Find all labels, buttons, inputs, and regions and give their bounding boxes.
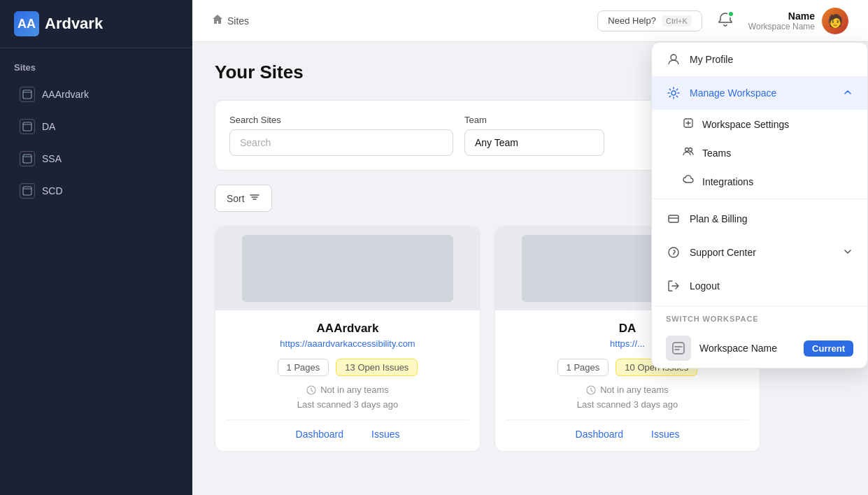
- site-icon-da: [20, 119, 35, 134]
- svg-point-12: [689, 148, 692, 152]
- my-profile-label: My Profile: [690, 54, 733, 65]
- card-preview-0: [215, 227, 480, 310]
- card-footer-0: Dashboard Issues: [227, 419, 469, 440]
- sidebar-item-label-da: DA: [42, 121, 55, 132]
- help-label: Need Help?: [608, 15, 656, 26]
- dropdown-plan-billing[interactable]: Plan & Billing: [652, 202, 867, 236]
- team-label: Team: [464, 115, 604, 125]
- notification-dot: [727, 10, 734, 17]
- divider-2: [652, 306, 867, 306]
- help-button[interactable]: Need Help? Ctrl+K: [597, 10, 702, 31]
- billing-icon: [666, 211, 681, 227]
- svg-rect-4: [23, 155, 31, 163]
- dropdown-workspace-settings[interactable]: Workspace Settings: [652, 110, 867, 138]
- card-teams-0: Not in any teams: [227, 385, 469, 395]
- integrations-label: Integrations: [702, 176, 753, 187]
- current-badge: Current: [804, 340, 853, 357]
- sort-button[interactable]: Sort: [215, 185, 272, 212]
- team-group: Team Any Team: [464, 115, 604, 156]
- workspace-row[interactable]: Workspace Name Current: [652, 329, 867, 368]
- card-preview-inner-0: [242, 235, 453, 302]
- user-info: Name Workspace Name: [748, 10, 815, 31]
- home-icon: [212, 14, 223, 27]
- profile-icon: [666, 52, 681, 67]
- dropdown-menu: My Profile Manage Workspace Workspace Se…: [651, 42, 868, 368]
- pages-badge-0: 1 Pages: [278, 359, 329, 376]
- site-icon-ssa: [20, 151, 35, 166]
- site-icon-aaardvark: [20, 87, 35, 102]
- settings-icon: [683, 117, 694, 131]
- sidebar-item-label-scd: SCD: [42, 185, 63, 196]
- chevron-up-icon: [842, 87, 853, 100]
- card-dashboard-link-0[interactable]: Dashboard: [296, 429, 344, 440]
- main-area: Sites Need Help? Ctrl+K Name Workspace N…: [192, 0, 868, 495]
- site-icon-scd: [20, 183, 35, 199]
- dropdown-logout[interactable]: Logout: [652, 269, 867, 303]
- svg-point-11: [685, 148, 689, 152]
- app-name: Ardvark: [45, 15, 103, 33]
- svg-rect-6: [23, 187, 31, 195]
- switch-workspace-label: SWITCH WORKSPACE: [652, 309, 867, 329]
- svg-rect-13: [669, 215, 678, 222]
- site-card-0: AAArdvark https://aaardvarkaccessibility…: [215, 226, 481, 452]
- workspace-name: Workspace Name: [699, 343, 795, 354]
- svg-rect-16: [673, 343, 684, 354]
- card-site-name-0: AAArdvark: [227, 322, 469, 336]
- search-label: Search Sites: [229, 115, 453, 125]
- card-issues-link-1[interactable]: Issues: [651, 429, 679, 440]
- logout-label: Logout: [690, 280, 720, 292]
- dropdown-manage-workspace[interactable]: Manage Workspace: [652, 76, 867, 110]
- card-footer-1: Dashboard Issues: [506, 419, 748, 440]
- svg-point-8: [671, 55, 676, 60]
- logo-area: AA Ardvark: [0, 0, 192, 48]
- sidebar-item-aaardvark[interactable]: AAArdvark: [6, 80, 187, 109]
- sort-label: Sort: [227, 193, 245, 204]
- card-scanned-1: Last scanned 3 days ago: [506, 399, 748, 410]
- sort-icon: [249, 192, 260, 205]
- avatar: 🧑: [822, 8, 848, 34]
- dropdown-support-center[interactable]: Support Center: [652, 236, 867, 269]
- sidebar-item-scd[interactable]: SCD: [6, 176, 187, 206]
- search-input[interactable]: [229, 129, 453, 156]
- support-center-label: Support Center: [690, 247, 756, 258]
- dropdown-integrations[interactable]: Integrations: [652, 167, 867, 196]
- card-scanned-0: Last scanned 3 days ago: [227, 399, 469, 410]
- divider-1: [652, 199, 867, 199]
- card-body-0: AAArdvark https://aaardvarkaccessibility…: [215, 310, 480, 451]
- sidebar-item-ssa[interactable]: SSA: [6, 144, 187, 173]
- card-issues-link-0[interactable]: Issues: [371, 429, 399, 440]
- plan-billing-label: Plan & Billing: [690, 213, 748, 224]
- workspace-icon: [666, 336, 691, 361]
- card-badges-0: 1 Pages 13 Open Issues: [227, 359, 469, 376]
- svg-rect-2: [23, 122, 31, 131]
- dropdown-teams[interactable]: Teams: [652, 138, 867, 167]
- chevron-down-icon: [842, 246, 853, 259]
- help-shortcut: Ctrl+K: [662, 15, 692, 27]
- pages-badge-1: 1 Pages: [557, 359, 609, 376]
- card-dashboard-link-1[interactable]: Dashboard: [576, 429, 624, 440]
- teams-icon: [683, 146, 694, 159]
- breadcrumb-text: Sites: [227, 15, 249, 27]
- card-url-0[interactable]: https://aaardvarkaccessibility.com: [227, 338, 469, 349]
- sidebar-section-sites: Sites: [0, 48, 192, 78]
- topbar: Sites Need Help? Ctrl+K Name Workspace N…: [192, 0, 868, 42]
- support-icon: [666, 245, 681, 260]
- notification-button[interactable]: [713, 8, 737, 34]
- cloud-icon: [683, 175, 694, 188]
- issues-badge-0: 13 Open Issues: [336, 359, 418, 376]
- team-select[interactable]: Any Team: [464, 129, 604, 156]
- sidebar-item-da[interactable]: DA: [6, 112, 187, 141]
- breadcrumb: Sites: [212, 14, 249, 27]
- user-area[interactable]: Name Workspace Name 🧑: [748, 8, 848, 34]
- user-name: Name: [748, 10, 815, 22]
- sidebar: AA Ardvark Sites AAArdvark DA SSA SCD: [0, 0, 192, 495]
- gear-icon: [666, 85, 681, 101]
- workspace-settings-label: Workspace Settings: [702, 119, 789, 130]
- logo-icon: AA: [14, 11, 39, 36]
- card-teams-label-1: Not in any teams: [600, 385, 669, 395]
- card-teams-1: Not in any teams: [506, 385, 748, 395]
- card-teams-label-0: Not in any teams: [320, 385, 389, 395]
- svg-point-9: [671, 91, 676, 95]
- dropdown-my-profile[interactable]: My Profile: [652, 43, 867, 76]
- svg-point-15: [669, 248, 678, 257]
